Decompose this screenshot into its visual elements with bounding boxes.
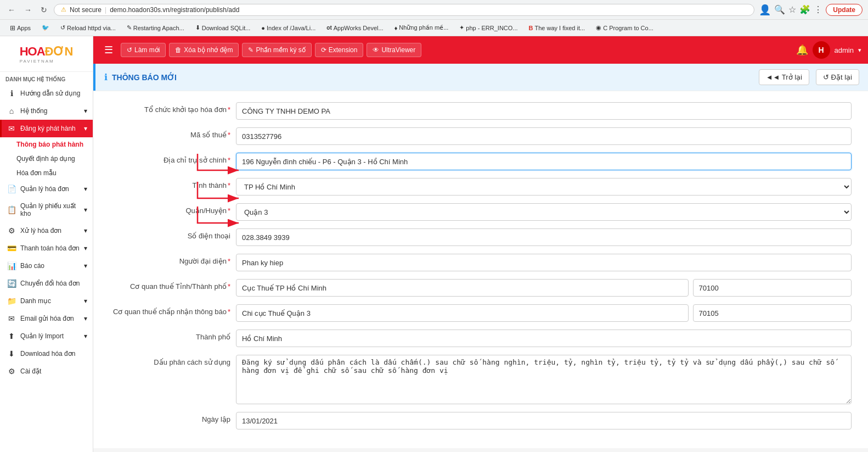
sidebar-sub-hoa-don-mau[interactable]: Hóa đơn mẫu (0, 166, 93, 180)
textarea-dau-phan-cach[interactable]: Đăng ký sử dụng dấu phân cách là dấu chấ… (236, 355, 852, 404)
input-dia-chi[interactable] (236, 153, 852, 170)
main-content: ℹ THÔNG BÁO MỚI ◄◄ Trở lại ↺ Đặt lại (93, 64, 868, 452)
back-button[interactable]: ◄◄ Trở lại (759, 69, 809, 85)
bookmark-nhung[interactable]: ♦ Những phần mề... (390, 23, 453, 32)
sidebar-label-dang-ky: Đăng ký phát hành (20, 125, 76, 132)
top-nav: ☰ ↺ Làm mới 🗑 Xóa bộ nhớ đệm ✎ Phần mềm … (93, 36, 868, 64)
sidebar-item-xu-ly[interactable]: ⚙ Xử lý hóa đơn ▾ (0, 222, 93, 239)
reload-button[interactable]: ↻ (38, 4, 49, 15)
settings-icon: ⚙ (7, 367, 16, 376)
bookmark-download-sqlit[interactable]: ⬇ Download SQLit... (191, 23, 255, 32)
star-icon: 🐦 (42, 24, 49, 31)
info-icon: ℹ (7, 89, 16, 98)
forward-button[interactable]: → (22, 4, 34, 15)
phan-mem-ky-so-button[interactable]: ✎ Phần mềm ký số (242, 43, 311, 57)
label-dia-chi: Địa chỉ trụ sở chính* (110, 153, 230, 164)
label-thanh-pho: Thành phố (110, 330, 230, 341)
extensions-icon: 🧩 (799, 4, 810, 15)
label-dau-phan-cach: Dấu phân cách sử dụng (110, 355, 230, 366)
hamburger-button[interactable]: ☰ (100, 42, 117, 58)
chevron-import-icon: ▾ (84, 332, 87, 340)
label-co-quan-tinh: Cơ quan thuế Tỉnh/Thành phố* (110, 279, 230, 291)
bookmark-restarting[interactable]: ✎ Restarting Apach... (122, 23, 189, 32)
search-icon: 🔍 (774, 4, 785, 15)
index-icon: ● (261, 25, 265, 31)
download-icon: ⬇ (7, 349, 16, 358)
chevron-he-thong-icon: ▾ (84, 107, 87, 115)
sidebar-item-danh-muc[interactable]: 📁 Danh mục ▾ (0, 292, 93, 310)
theway-icon: B (529, 25, 533, 31)
sidebar-item-cai-dat[interactable]: ⚙ Cài đặt (0, 362, 93, 380)
back-button[interactable]: ← (5, 4, 18, 15)
input-co-quan-tinh-code[interactable] (693, 279, 852, 297)
bookmark-theway[interactable]: B The way I fixed it... (525, 24, 590, 32)
reset-button[interactable]: ↺ Đặt lại (816, 69, 859, 85)
sidebar-item-email[interactable]: ✉ Email gửi hóa đơn ▾ (0, 310, 93, 327)
sidebar-label-bao-cao: Báo cáo (20, 262, 44, 270)
select-tinh-thanh[interactable]: TP Hồ Chí Minh (236, 178, 852, 196)
form-row-thanh-pho: Thành phố (110, 330, 852, 347)
input-to-chuc[interactable] (236, 102, 852, 120)
bookmark-nhung-label: Những phần mề... (399, 24, 448, 31)
input-ma-so-thue[interactable] (236, 127, 852, 145)
bookmark-reload[interactable]: ↺ Reload httpd via... (56, 23, 120, 32)
input-nguoi-dai-dien[interactable] (236, 254, 852, 271)
input-so-dt[interactable] (236, 228, 852, 246)
browser-right-icons: 👤 🔍 ☆ 🧩 ⋮ Update (759, 4, 863, 16)
bookmark-download-sqlit-label: Download SQLit... (202, 25, 251, 31)
separator: | (105, 6, 106, 14)
update-button[interactable]: Update (826, 4, 863, 16)
bookmark-cprogram-label: C Program to Co... (603, 25, 653, 31)
extension-label: Extension (329, 46, 358, 54)
ultraviewer-label: UltraViewer (381, 46, 415, 54)
sidebar-item-bao-cao[interactable]: 📊 Báo cáo ▾ (0, 257, 93, 275)
envelope-icon: ✉ (7, 124, 16, 133)
chart-icon: 📊 (7, 261, 16, 270)
form-row-dau-phan-cach: Dấu phân cách sử dụng Đăng ký sử dụng dấ… (110, 355, 852, 404)
sidebar-item-thanh-toan[interactable]: 💳 Thanh toán hóa đơn ▾ (0, 239, 93, 257)
bookmark-index[interactable]: ● Index of /Java/Li... (257, 24, 320, 32)
form-row-tinh-thanh: Tỉnh thành* TP Hồ Chí Minh (110, 178, 852, 196)
bookmark-appworks[interactable]: ot AppWorks Devel... (322, 24, 387, 32)
app-wrapper: HOA ĐƠN PAVIETNAM DANH MỤC HỆ THỐNG ℹ Hư… (0, 36, 868, 452)
extension-button[interactable]: ⟳ Extension (315, 43, 364, 57)
sidebar-item-import[interactable]: ⬆ Quản lý Import ▾ (0, 327, 93, 345)
bookmark-php[interactable]: ✦ php - ERR_INCO... (455, 23, 522, 32)
bookmark-restarting-label: Restarting Apach... (133, 25, 184, 31)
lam-moi-button[interactable]: ↺ Làm mới (121, 43, 166, 57)
ultraviewer-button[interactable]: 👁 UltraViewer (367, 43, 421, 57)
sidebar-item-huong-dan[interactable]: ℹ Hướng dẫn sử dụng (0, 85, 93, 102)
url-text: demo.hoadon30s.vn/registration/publish/a… (110, 6, 239, 14)
sidebar-sub-thong-bao[interactable]: Thông báo phát hành (0, 137, 93, 152)
bookmark-cprogram[interactable]: ◉ C Program to Co... (591, 23, 658, 32)
xoa-bo-nho-dem-button[interactable]: 🗑 Xóa bộ nhớ đệm (169, 43, 239, 57)
notification-bell-button[interactable]: 🔔 (796, 44, 808, 56)
sidebar-item-chuyen-doi[interactable]: 🔄 Chuyển đổi hóa đơn (0, 275, 93, 292)
bookmark-index-label: Index of /Java/Li... (267, 25, 315, 31)
bookmark-apps[interactable]: ⊞ Apps (5, 23, 35, 33)
input-co-quan-chap-nhan-code[interactable] (693, 304, 852, 322)
sidebar-item-quan-ly-hoa-don[interactable]: 📄 Quản lý hóa đơn ▾ (0, 180, 93, 198)
bookmark-star[interactable]: 🐦 (37, 23, 54, 32)
sidebar-item-quan-ly-phieu[interactable]: 📋 Quản lý phiếu xuất kho ▾ (0, 198, 93, 222)
sidebar-item-he-thong[interactable]: ⌂ Hệ thống ▾ (0, 102, 93, 120)
convert-icon: 🔄 (7, 279, 16, 288)
sidebar-sub-quyet-dinh[interactable]: Quyết định áp dụng (0, 152, 93, 166)
browser-bar: ← → ↻ ⚠ Not secure | demo.hoadon30s.vn/r… (0, 0, 868, 20)
ultraviewer-icon: 👁 (373, 46, 379, 54)
download-sqlit-icon: ⬇ (195, 24, 200, 31)
select-quan-huyen[interactable]: Quận 3 (236, 203, 852, 221)
reset-label: ↺ Đặt lại (823, 73, 852, 81)
sidebar-item-download[interactable]: ⬇ Download hóa đơn (0, 345, 93, 362)
input-thanh-pho[interactable] (236, 330, 852, 347)
form-row-ma-so-thue: Mã số thuế* (110, 127, 852, 145)
input-co-quan-chap-nhan-name[interactable] (236, 304, 689, 322)
input-ngay-lap[interactable] (236, 412, 852, 429)
input-co-quan-tinh-name[interactable] (236, 279, 689, 297)
address-bar[interactable]: ⚠ Not secure | demo.hoadon30s.vn/registr… (54, 4, 754, 16)
sidebar-label-import: Quản lý Import (20, 332, 64, 340)
payment-icon: 💳 (7, 244, 16, 253)
logo-hoa: HOA (20, 44, 45, 59)
sidebar-item-dang-ky[interactable]: ✉ Đăng ký phát hành ▾ (0, 120, 93, 137)
upload-icon: ⬆ (7, 332, 16, 341)
